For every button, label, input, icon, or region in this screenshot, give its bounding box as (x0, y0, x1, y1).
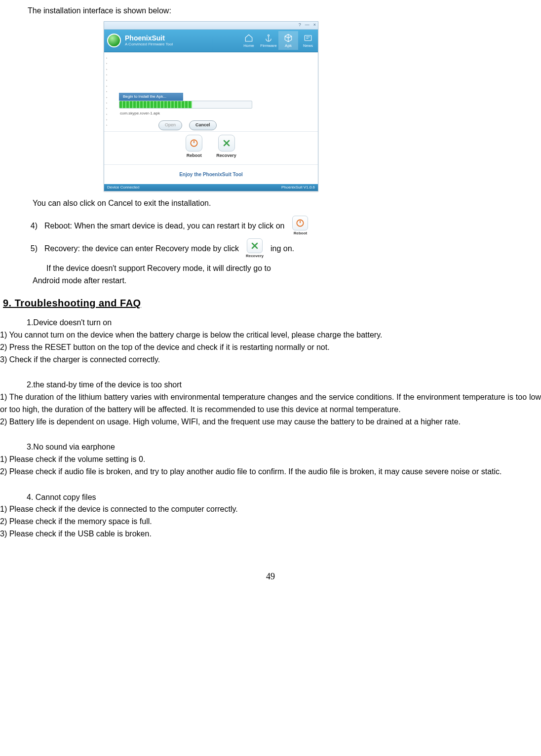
help-icon[interactable]: ? (299, 22, 301, 29)
side-ticks: ››››››››››››› (106, 55, 107, 128)
reboot-icon[interactable] (186, 135, 202, 151)
page-number: 49 (0, 570, 541, 594)
nav-label: News (303, 43, 313, 49)
faq1-head: 1.Device doesn't turn on (27, 317, 541, 329)
phoenixsuit-screenshot: ? — × PhoenixSuit A Convinced Firmware T… (104, 21, 318, 191)
faq4-b: 2) Please check if the memory space is f… (0, 516, 541, 528)
faq4-head: 4. Cannot copy files (27, 491, 541, 504)
install-title: Begin to Install the Apk... (119, 93, 183, 101)
brand-name: PhoenixSuit (125, 35, 173, 42)
status-bar: Device Connected PhoenixSuit V1.0.6 (104, 184, 318, 191)
home-icon (244, 33, 254, 43)
nav-firmware[interactable]: Firmware (259, 31, 278, 50)
list-item-4: 4) Reboot: When the smart device is dead… (28, 216, 541, 236)
reboot-label: Reboot (186, 152, 202, 159)
faq2-a: 1) The duration of the lithium battery v… (0, 391, 541, 416)
nav-home[interactable]: Home (239, 31, 259, 50)
faq1-b: 2) Press the RESET button on the top of … (0, 341, 541, 354)
open-button[interactable]: Open (158, 120, 182, 130)
action-row: Reboot Recovery (104, 131, 318, 164)
recovery-caption: Recovery (246, 253, 264, 259)
status-right: PhoenixSuit V1.0.6 (281, 185, 315, 190)
progress-bar (119, 101, 252, 109)
cancel-note: You can also click on Cancel to exit the… (33, 197, 541, 210)
faq3-head: 3.No sound via earphone (27, 441, 541, 454)
app-header: PhoenixSuit A Convinced Firmware Tool Ho… (104, 30, 318, 52)
brand-subtitle: A Convinced Firmware Tool (125, 42, 173, 47)
faq4-c: 3) Please check if the USB cable is brok… (0, 528, 541, 540)
nav-news[interactable]: News (298, 31, 318, 50)
anchor-icon (264, 33, 273, 43)
faq4-a: 1) Please check if the device is connect… (0, 503, 541, 516)
item-text-post: ing on. (270, 243, 294, 255)
reboot-inline-icon (292, 216, 308, 230)
nav-apk[interactable]: Apk (278, 31, 298, 50)
recovery-inline-icon (247, 238, 263, 253)
recovery-icon[interactable] (218, 135, 235, 151)
reboot-caption: Reboot (294, 230, 308, 236)
item-text-pre: Recovery: the device can enter Recovery … (44, 243, 239, 255)
recovery-label: Recovery (216, 152, 236, 159)
faq2-b: 2) Battery life is dependent on usage. H… (0, 416, 541, 428)
section-9-title: 9. Troubleshooting and FAQ (3, 296, 541, 311)
list-item-5: 5) Recovery: the device can enter Recove… (28, 238, 541, 259)
status-left: Device Connected (107, 185, 139, 190)
cancel-button[interactable]: Cancel (189, 120, 217, 130)
enjoy-banner: Enjoy the PhoenixSuit Tool (104, 164, 318, 185)
item-number: 4) (28, 220, 38, 232)
svg-point-0 (268, 35, 270, 36)
news-icon (303, 33, 313, 43)
minimize-icon[interactable]: — (305, 22, 309, 29)
nav-label: Home (243, 43, 254, 49)
faq3-a: 1) Please check if the volume setting is… (0, 454, 541, 466)
faq3-b: 2) Please check if audio file is broken,… (0, 466, 541, 478)
faq1-a: 1) You cannot turn on the device when th… (0, 329, 541, 341)
faq2-head: 2.the stand-by time of the device is too… (27, 379, 541, 391)
phoenix-logo-icon (107, 34, 121, 47)
close-icon[interactable]: × (313, 22, 316, 29)
item-text: Reboot: When the smart device is dead, y… (44, 220, 284, 232)
window-titlebar: ? — × (104, 22, 318, 30)
nav-label: Apk (285, 43, 292, 49)
nav-label: Firmware (260, 43, 276, 49)
recovery-note: If the device doesn't support Recovery m… (33, 263, 348, 287)
item-number: 5) (28, 243, 38, 255)
faq1-c: 3) Check if the charger is connected cor… (0, 354, 541, 366)
apk-filename: com.skype.rover-1.apk (120, 111, 160, 116)
svg-rect-1 (305, 36, 311, 41)
intro-text: The installation interface is shown belo… (28, 5, 541, 17)
app-body: ››››››››››››› Begin to Install the Apk..… (104, 52, 318, 131)
cube-icon (283, 33, 293, 43)
